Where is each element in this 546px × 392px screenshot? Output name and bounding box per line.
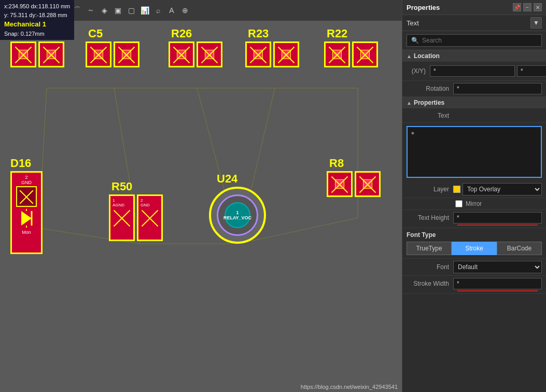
- component-R8[interactable]: R8: [327, 171, 381, 197]
- label-R50: R50: [111, 180, 132, 193]
- svg-marker-12: [21, 211, 32, 226]
- pcb-canvas[interactable]: R30 C5: [0, 21, 402, 392]
- component-U24[interactable]: U24 1RELAY_VOC: [209, 187, 266, 244]
- tool-circle[interactable]: ⊕: [179, 5, 191, 16]
- rotation-input[interactable]: [453, 83, 542, 94]
- stroke-width-input[interactable]: [453, 278, 542, 289]
- minimize-button[interactable]: −: [523, 3, 531, 11]
- tool-text[interactable]: A: [166, 5, 177, 16]
- tool-via[interactable]: ◈: [99, 5, 110, 16]
- mirror-checkbox[interactable]: [455, 200, 463, 207]
- font-type-buttons: TrueType Stroke BarCode: [407, 242, 542, 255]
- panel-title: Properties: [407, 4, 440, 11]
- text-height-label: Text Height: [407, 214, 453, 221]
- ratsnest-lines: [0, 21, 402, 392]
- snap-info: Snap: 0.127mm: [4, 30, 70, 38]
- layer-select[interactable]: Top Overlay Bottom Overlay Mechanical 1: [463, 183, 542, 195]
- text-height-row: Text Height: [402, 210, 546, 228]
- layer-color-dot: [453, 186, 460, 193]
- label-C5: C5: [88, 27, 103, 40]
- tool-keepout[interactable]: ▢: [125, 5, 137, 16]
- rotation-label: Rotation: [407, 85, 453, 92]
- close-button[interactable]: ✕: [534, 3, 542, 11]
- panel-header: Properties 📌 − ✕: [402, 0, 546, 15]
- component-D16[interactable]: D16 2GND Mon: [10, 171, 43, 254]
- search-wrapper: 🔍: [407, 34, 542, 47]
- component-R30[interactable]: R30: [10, 41, 64, 67]
- panel-controls: 📌 − ✕: [513, 3, 542, 11]
- tool-wave[interactable]: ～: [85, 5, 96, 16]
- stroke-width-underline: [457, 290, 538, 291]
- coord-dy: dy:-18.288 mm: [29, 12, 67, 18]
- url-bar: https://blog.csdn.net/weixin_42943541: [301, 384, 398, 390]
- location-section-label: Location: [414, 52, 440, 60]
- collapse-arrow-properties: ▲: [407, 100, 412, 106]
- font-label: Font: [407, 263, 453, 271]
- xy-row: (X/Y) 🔒: [402, 62, 546, 81]
- layer-row: Layer Top Overlay Bottom Overlay Mechani…: [402, 181, 546, 198]
- coord-y: y: 75.311: [4, 12, 27, 18]
- search-input[interactable]: [422, 37, 537, 44]
- tool-measure[interactable]: ⌕: [152, 5, 164, 16]
- label-D16: D16: [10, 157, 31, 170]
- text-height-input[interactable]: [453, 212, 542, 223]
- x-input[interactable]: [430, 65, 515, 77]
- collapse-arrow-location: ▲: [407, 53, 412, 59]
- text-height-underline: [457, 225, 538, 226]
- tool-chart[interactable]: 📊: [139, 5, 150, 16]
- font-type-label: Font Type: [407, 231, 542, 239]
- text-label: Text: [407, 112, 453, 119]
- stroke-width-label: Stroke Width: [407, 280, 453, 287]
- properties-section-header[interactable]: ▲ Properties: [402, 97, 546, 108]
- tool-pad[interactable]: ▣: [112, 5, 123, 16]
- xy-label: (X/Y): [407, 67, 430, 75]
- properties-section-label: Properties: [414, 99, 444, 106]
- stroke-width-row: Stroke Width: [402, 276, 546, 294]
- info-box: x:234.950 dx:118.110 mm y: 75.311 dy:-18…: [0, 0, 74, 40]
- label-R22: R22: [327, 27, 347, 40]
- font-btn-barcode[interactable]: BarCode: [497, 242, 542, 255]
- label-U24: U24: [217, 172, 237, 186]
- font-type-section: Font Type TrueType Stroke BarCode: [402, 228, 546, 259]
- filter-label: Text: [407, 19, 419, 27]
- filter-button[interactable]: ▼: [530, 17, 542, 29]
- label-R26: R26: [171, 27, 192, 40]
- search-icon: 🔍: [411, 37, 419, 44]
- text-label-row: Text: [402, 108, 546, 123]
- coord-dx: dx:118.110 mm: [31, 3, 70, 9]
- component-C5[interactable]: C5: [86, 41, 139, 67]
- font-row: Font Default Arial Courier: [402, 259, 546, 276]
- label-R8: R8: [329, 157, 344, 170]
- component-R26[interactable]: R26: [169, 41, 222, 67]
- mirror-row: Mirror: [402, 198, 546, 210]
- component-R50[interactable]: R50 1AGND 2GND: [109, 194, 163, 241]
- search-row[interactable]: 🔍: [402, 31, 546, 50]
- text-textarea[interactable]: *: [407, 126, 542, 178]
- font-select[interactable]: Default Arial Courier: [453, 261, 542, 273]
- properties-panel: Properties 📌 − ✕ Text ▼ 🔍 ▲ Location (X/…: [402, 0, 546, 392]
- font-btn-truetype[interactable]: TrueType: [407, 242, 452, 255]
- location-section-header[interactable]: ▲ Location: [402, 50, 546, 62]
- filter-row: Text ▼: [402, 15, 546, 31]
- pin-button[interactable]: 📌: [513, 3, 521, 11]
- canvas-area[interactable]: x:234.950 dx:118.110 mm y: 75.311 dy:-18…: [0, 0, 402, 392]
- mirror-label: Mirror: [466, 200, 482, 207]
- layer-label: Layer: [407, 186, 453, 193]
- rotation-row: Rotation: [402, 81, 546, 97]
- font-btn-stroke[interactable]: Stroke: [452, 242, 497, 255]
- coord-x: x:234.950: [4, 3, 29, 9]
- component-R23[interactable]: R23: [245, 41, 299, 67]
- layer-name: Mechanical 1: [4, 19, 70, 30]
- y-input[interactable]: [517, 65, 546, 77]
- component-R22[interactable]: R22: [324, 41, 378, 67]
- label-R23: R23: [248, 27, 269, 40]
